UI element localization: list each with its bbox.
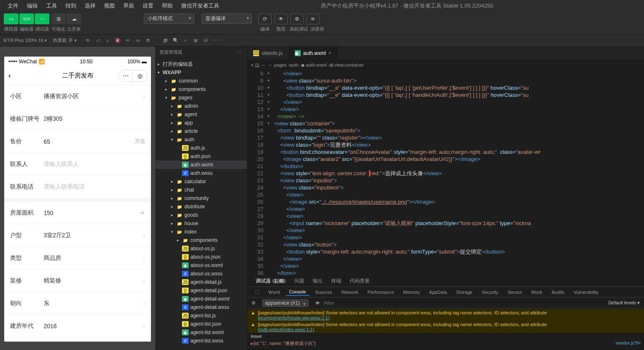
tree-calculator[interactable]: ▸📁calculator bbox=[155, 177, 247, 186]
db-icon[interactable]: ⛁ bbox=[201, 38, 211, 43]
menu-选择[interactable]: 选择 bbox=[80, 2, 100, 10]
rotate-icon[interactable]: ⟲ bbox=[83, 38, 93, 43]
dt-tab-输出[interactable]: 输出 bbox=[309, 277, 327, 285]
cut-icon[interactable]: ✂ bbox=[123, 38, 133, 43]
tree-app[interactable]: ▸📁app bbox=[155, 119, 247, 127]
tree-about-us.js[interactable]: JSabout-us.js bbox=[155, 244, 247, 253]
search-icon[interactable]: 🔍 bbox=[171, 38, 181, 43]
open-editors-section[interactable]: ▸打开的编辑器 bbox=[155, 60, 247, 68]
tree-about-us.wxss[interactable]: #about-us.wxss bbox=[155, 270, 247, 278]
clear-console-icon[interactable]: ⊘ bbox=[252, 300, 255, 306]
capsule-menu[interactable]: ⋯ bbox=[119, 70, 133, 81]
cloud-button[interactable]: ☁ bbox=[67, 13, 81, 24]
filter-input[interactable] bbox=[324, 301, 604, 306]
dt-sub-Security[interactable]: Security bbox=[478, 289, 502, 296]
code-editor[interactable]: 8910111213141516171819202122232425262728… bbox=[247, 70, 644, 275]
form-row-联系人[interactable]: 联系人请输入联系人 bbox=[4, 153, 151, 176]
back-button[interactable]: ‹ bbox=[8, 71, 11, 80]
tree-pages[interactable]: ▾📂pages bbox=[155, 93, 247, 102]
dt-sub-Performance[interactable]: Performance bbox=[364, 289, 397, 296]
dt-sub-Vulnerability[interactable]: Vulnerability bbox=[570, 289, 602, 296]
menu-编辑[interactable]: 编辑 bbox=[23, 2, 42, 10]
form-row-装修[interactable]: 装修精装修› bbox=[4, 270, 151, 292]
tree-auth.wxss[interactable]: #auth.wxss bbox=[155, 169, 247, 177]
form-row-售价[interactable]: 售价65万元 bbox=[4, 130, 151, 153]
branch-icon[interactable]: ⑂ bbox=[181, 38, 191, 43]
remote-debug-button[interactable]: ⚙ bbox=[290, 13, 304, 24]
tree-agent-list.js[interactable]: JSagent-list.js bbox=[155, 311, 247, 320]
mode-select[interactable]: 小程序模式 bbox=[144, 13, 194, 24]
dt-sub-Sources[interactable]: Sources bbox=[312, 289, 335, 296]
dt-sub-Mock[interactable]: Mock bbox=[528, 289, 545, 296]
float-icon[interactable]: ⧉ bbox=[143, 38, 153, 43]
tree-agent-list.json[interactable]: {}agent-list.json bbox=[155, 320, 247, 328]
tree-components[interactable]: ▸📁components bbox=[155, 236, 247, 244]
menu-微信开发者工具[interactable]: 微信开发者工具 bbox=[177, 2, 223, 10]
tree-about-us.wxml[interactable]: ◆about-us.wxml bbox=[155, 261, 247, 270]
console-object[interactable]: ▸{id: "1", name: "播播资源小区"}vendor.js?t= bbox=[247, 340, 644, 347]
tree-agent-detail.js[interactable]: JSagent-detail.js bbox=[155, 278, 247, 286]
menu-工具[interactable]: 工具 bbox=[42, 2, 61, 10]
tree-admin[interactable]: ▸📁admin bbox=[155, 102, 247, 110]
tree-about-us.json[interactable]: {}about-us.json bbox=[155, 253, 247, 261]
tree-community[interactable]: ▸📁community bbox=[155, 194, 247, 202]
inspect-icon[interactable]: ⬚ bbox=[252, 288, 262, 296]
menu-转到[interactable]: 转到 bbox=[61, 2, 80, 10]
mute-icon[interactable]: 🔇 bbox=[113, 38, 123, 43]
tree-auth.json[interactable]: {}auth.json bbox=[155, 152, 247, 161]
close-icon[interactable]: × bbox=[328, 50, 331, 56]
tree-agent-list.wxss[interactable]: #agent-list.wxss bbox=[155, 337, 247, 345]
toggle-icon[interactable]: ≡ bbox=[251, 62, 253, 67]
simulator-button[interactable]: ▭ bbox=[4, 13, 18, 24]
context-select[interactable]: appservice (#1) bbox=[262, 299, 309, 307]
home-icon[interactable]: ⌂ bbox=[103, 38, 113, 43]
clear-cache-button[interactable]: ≋ bbox=[306, 13, 319, 24]
preview-button[interactable]: 👁 bbox=[274, 13, 288, 24]
tree-auth.wxml[interactable]: ◆auth.wxml bbox=[155, 161, 247, 169]
menu-视图[interactable]: 视图 bbox=[100, 2, 119, 10]
form-row-小区[interactable]: 小区播播资源小区› bbox=[4, 85, 151, 108]
compile-button[interactable]: ⟳ bbox=[258, 13, 272, 24]
more-icon[interactable]: ⋯ bbox=[211, 38, 221, 43]
capsule-close[interactable]: ◎ bbox=[133, 70, 147, 81]
dt-sub-AppData[interactable]: AppData bbox=[426, 289, 450, 296]
compile-select[interactable]: 普通编译 bbox=[202, 13, 252, 24]
dt-sub-Console[interactable]: Console bbox=[286, 288, 309, 296]
form-row-建房年代[interactable]: 建房年代2016› bbox=[4, 315, 151, 337]
debugger-button[interactable]: ⋯ bbox=[35, 13, 49, 24]
save-icon[interactable]: 🕮 bbox=[255, 62, 260, 67]
form-row-类型[interactable]: 类型商品房› bbox=[4, 247, 151, 270]
form-row-房屋面积[interactable]: 房屋面积150㎡ bbox=[4, 202, 151, 224]
hotreload-toggle[interactable]: 热重载 开 ▾ bbox=[53, 37, 76, 44]
dt-tab-终端[interactable]: 终端 bbox=[327, 277, 345, 285]
form-row-朝向[interactable]: 朝向东› bbox=[4, 292, 151, 315]
project-root[interactable]: ▾WXAPP bbox=[155, 68, 247, 77]
eye-icon[interactable]: 👁 bbox=[315, 301, 320, 306]
editor-button[interactable]: </> bbox=[19, 13, 34, 24]
tree-distribute[interactable]: ▸📁distribute bbox=[155, 202, 247, 211]
tab-auth.wxml[interactable]: ◆auth.wxml× bbox=[289, 47, 338, 60]
device-icon[interactable]: ▭ bbox=[133, 38, 143, 43]
dt-sub-Memory[interactable]: Memory bbox=[400, 289, 423, 296]
dt-tab-代码质量[interactable]: 代码质量 bbox=[345, 277, 374, 285]
tree-index[interactable]: ▾📂index bbox=[155, 228, 247, 236]
device-select[interactable]: 6/7/8 Plus 100% 16 ▾ bbox=[3, 38, 47, 43]
dt-sub-Audits[interactable]: Audits bbox=[548, 289, 568, 296]
dt-sub-Network[interactable]: Network bbox=[338, 289, 361, 296]
tree-article[interactable]: ▸📁article bbox=[155, 127, 247, 135]
files-icon[interactable]: 🗐 bbox=[161, 38, 171, 43]
tree-agent-detail.json[interactable]: {}agent-detail.json bbox=[155, 286, 247, 295]
menu-帮助[interactable]: 帮助 bbox=[158, 2, 177, 10]
tab-siteinfo.js[interactable]: JSsiteinfo.js bbox=[247, 47, 289, 60]
breadcrumb[interactable]: ≡ 🕮 ←→ pages ›auth ›◆ auth.wxml ›⊞ view.… bbox=[247, 60, 644, 70]
explorer-more-icon[interactable]: ⋯ bbox=[237, 49, 243, 55]
dt-sub-Wxml[interactable]: Wxml bbox=[265, 289, 283, 296]
tree-common[interactable]: ▸📁common bbox=[155, 77, 247, 85]
ext-icon[interactable]: ⊞ bbox=[191, 38, 201, 43]
dt-sub-Storage[interactable]: Storage bbox=[453, 289, 476, 296]
tree-agent-list.wxml[interactable]: ◆agent-list.wxml bbox=[155, 328, 247, 337]
tree-agent-detail.wxml[interactable]: ◆agent-detail.wxml bbox=[155, 295, 247, 303]
form-row-联系电话[interactable]: 联系电话请输入联系电话 bbox=[4, 176, 151, 198]
tree-chat[interactable]: ▸📁chat bbox=[155, 186, 247, 194]
tree-auth[interactable]: ▾📂auth bbox=[155, 135, 247, 144]
